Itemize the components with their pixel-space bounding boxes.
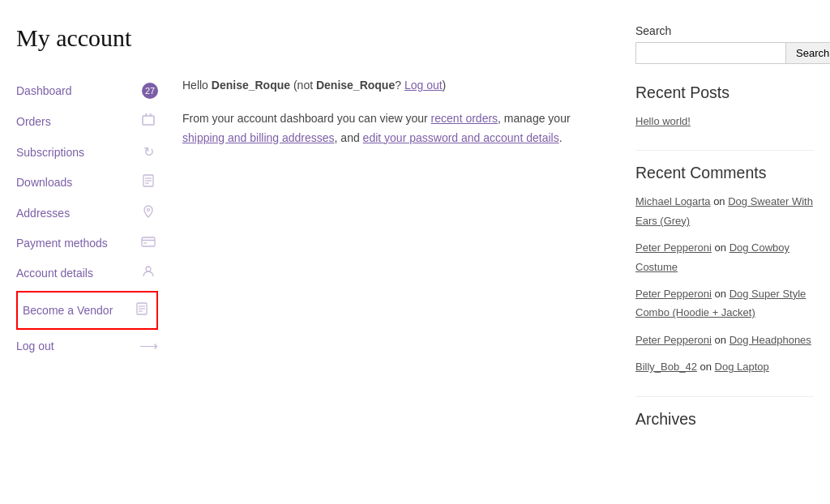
greeting-username2: Denise_Roque (316, 79, 395, 92)
downloads-icon (139, 174, 158, 190)
nav-link-addresses[interactable]: Addresses (16, 199, 158, 228)
nav-item-addresses[interactable]: Addresses (16, 199, 158, 228)
search-label: Search (635, 24, 814, 37)
nav-label-addresses: Addresses (16, 207, 70, 220)
comment-on-4: on (715, 334, 729, 346)
nav-item-logout[interactable]: Log out ⟶ (16, 331, 158, 360)
greeting-middle: (not (293, 79, 316, 92)
divider-1 (635, 150, 814, 151)
comment-on-2: on (715, 241, 729, 254)
comment-author-3[interactable]: Peter Pepperoni (635, 288, 712, 300)
nav-link-logout[interactable]: Log out ⟶ (16, 331, 158, 360)
nav-label-account-details: Account details (16, 267, 93, 280)
nav-link-payment[interactable]: Payment methods (16, 229, 158, 257)
password-account-link[interactable]: edit your password and account details (363, 131, 559, 144)
comment-author-5[interactable]: Billy_Bob_42 (635, 361, 697, 373)
archives-title: Archives (635, 410, 814, 429)
nav-item-become-vendor[interactable]: Become a Vendor (16, 291, 158, 330)
nav-item-subscriptions[interactable]: Subscriptions ↻ (16, 138, 158, 166)
page-title: My account (16, 24, 603, 52)
svg-rect-0 (143, 116, 154, 125)
comment-item-4: Peter Pepperoni on Dog Headphones (635, 331, 814, 349)
recent-orders-link[interactable]: recent orders (431, 112, 498, 125)
nav-label-logout: Log out (16, 340, 54, 352)
search-section: Search Search (635, 24, 814, 64)
recent-comments-title: Recent Comments (635, 164, 814, 182)
main-content: My account Dashboard 27 Orders (16, 24, 635, 448)
svg-point-5 (148, 209, 150, 211)
nav-item-orders[interactable]: Orders (16, 107, 158, 136)
divider-2 (635, 396, 814, 397)
nav-label-become-vendor: Become a Vendor (23, 304, 113, 317)
nav-item-dashboard[interactable]: Dashboard 27 (16, 76, 158, 105)
nav-link-dashboard[interactable]: Dashboard 27 (16, 76, 158, 105)
comment-author-4[interactable]: Peter Pepperoni (635, 334, 712, 346)
comment-post-4[interactable]: Dog Headphones (729, 334, 811, 346)
comment-item-2: Peter Pepperoni on Dog Cowboy Costume (635, 238, 814, 276)
nav-label-downloads: Downloads (16, 176, 72, 189)
comment-on-1: on (713, 195, 728, 207)
recent-posts-section: Recent Posts Hello world! (635, 83, 814, 130)
greeting-text: Hello Denise_Roque (not Denise_Roque? Lo… (182, 76, 603, 96)
subscriptions-icon: ↻ (139, 144, 158, 160)
nav-item-account-details[interactable]: Account details (16, 258, 158, 288)
nav-item-payment[interactable]: Payment methods (16, 229, 158, 257)
recent-post-hello-world[interactable]: Hello world! (635, 115, 691, 127)
vendor-icon (132, 302, 152, 318)
nav-link-orders[interactable]: Orders (16, 107, 158, 136)
account-nav: Dashboard 27 Orders (16, 76, 158, 361)
recent-posts-title: Recent Posts (635, 83, 814, 102)
nav-label-subscriptions: Subscriptions (16, 146, 84, 159)
nav-label-payment: Payment methods (16, 237, 108, 250)
comment-on-5: on (700, 361, 715, 373)
search-input[interactable] (635, 42, 786, 64)
comment-item-5: Billy_Bob_42 on Dog Laptop (635, 357, 814, 376)
nav-link-downloads[interactable]: Downloads (16, 168, 158, 197)
comment-item-1: Michael Logarta on Dog Sweater With Ears… (635, 192, 814, 230)
description-text: From your account dashboard you can view… (182, 109, 603, 148)
svg-point-9 (146, 267, 151, 271)
orders-icon (139, 113, 158, 130)
greeting-username: Denise_Roque (212, 79, 290, 92)
nav-label-dashboard: Dashboard (16, 84, 72, 97)
comment-item-3: Peter Pepperoni on Dog Super Style Combo… (635, 284, 814, 322)
comment-post-5[interactable]: Dog Laptop (715, 361, 769, 373)
account-details-icon (139, 265, 158, 281)
search-button[interactable]: Search (786, 42, 830, 64)
addresses-icon (139, 205, 158, 221)
right-sidebar: Search Search Recent Posts Hello world! … (635, 24, 814, 448)
comment-author-2[interactable]: Peter Pepperoni (635, 241, 712, 254)
nav-label-orders: Orders (16, 115, 51, 128)
greeting-logout-link[interactable]: Log out (404, 79, 443, 92)
shipping-billing-link[interactable]: shipping and billing addresses (182, 131, 335, 144)
svg-rect-6 (142, 237, 155, 246)
logout-icon: ⟶ (139, 338, 158, 353)
dashboard-badge: 27 (142, 83, 158, 99)
comment-on-3: on (715, 288, 729, 300)
archives-section: Archives (635, 410, 814, 429)
nav-link-account-details[interactable]: Account details (16, 258, 158, 288)
page-wrapper: My account Dashboard 27 Orders (0, 0, 830, 472)
nav-item-downloads[interactable]: Downloads (16, 168, 158, 197)
nav-link-subscriptions[interactable]: Subscriptions ↻ (16, 138, 158, 166)
recent-comments-section: Recent Comments Michael Logarta on Dog S… (635, 164, 814, 376)
payment-icon (139, 236, 158, 250)
comment-author-1[interactable]: Michael Logarta (635, 195, 711, 207)
search-row: Search (635, 42, 814, 64)
account-layout: Dashboard 27 Orders (16, 76, 603, 361)
nav-link-become-vendor[interactable]: Become a Vendor (23, 296, 152, 325)
account-body: Hello Denise_Roque (not Denise_Roque? Lo… (158, 76, 603, 361)
